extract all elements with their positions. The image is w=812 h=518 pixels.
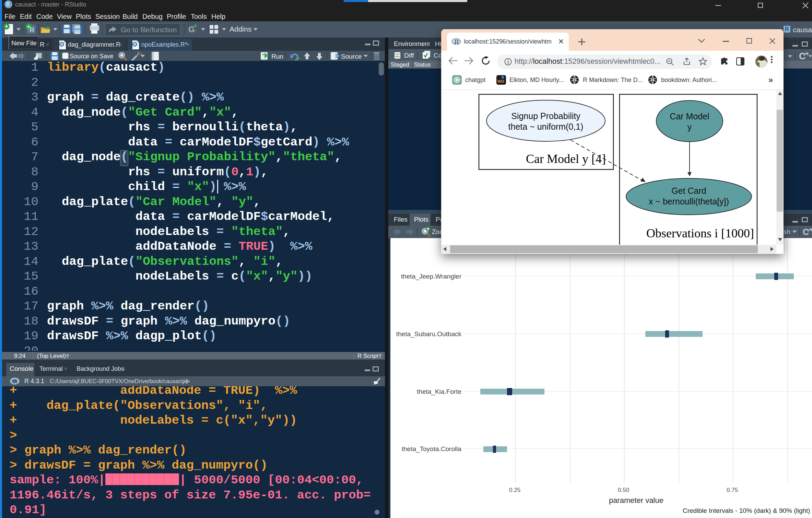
svg-text:Observations i [1000]: Observations i [1000] (646, 226, 754, 240)
svg-text:R: R (133, 42, 137, 47)
svg-text:x ~ bernoulli(theta[y]): x ~ bernoulli(theta[y]) (649, 197, 729, 206)
svg-text:Signup Probability: Signup Probability (511, 111, 580, 121)
svg-text:y: y (687, 122, 692, 132)
svg-text:Car Model: Car Model (670, 111, 709, 121)
svg-text:Car Model y [4]: Car Model y [4] (526, 152, 606, 166)
svg-text:theta ~ uniform(0,1): theta ~ uniform(0,1) (508, 122, 584, 131)
svg-text:R: R (454, 38, 459, 46)
svg-text:Get Card: Get Card (671, 186, 706, 196)
svg-text:R: R (60, 42, 63, 47)
svg-text:R: R (13, 379, 17, 385)
